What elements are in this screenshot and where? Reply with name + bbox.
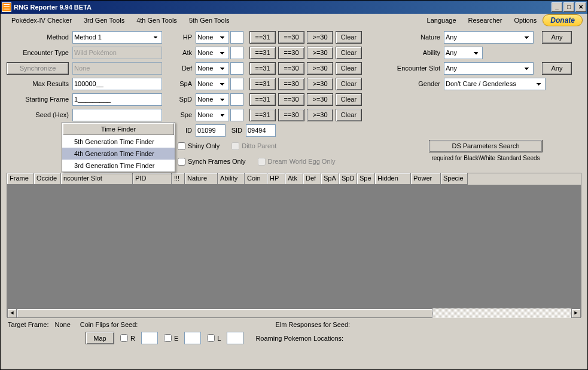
def-value-input[interactable] (230, 62, 243, 75)
col-spa[interactable]: SpA (321, 173, 339, 185)
hp-ge30-button[interactable]: >=30 (307, 31, 333, 44)
def-clear-button[interactable]: Clear (336, 62, 362, 75)
seed-hex-input[interactable] (72, 109, 162, 121)
coin-flips-label: Coin Flips for Seed: (80, 321, 138, 328)
col-frame[interactable]: Frame (7, 173, 34, 185)
max-results-input[interactable] (72, 78, 162, 90)
col-power[interactable]: Power (411, 173, 441, 185)
spe-eq30-button[interactable]: ==30 (278, 109, 304, 121)
method-select[interactable]: Method 1 (72, 31, 162, 44)
col-ability[interactable]: Ability (218, 173, 245, 185)
nature-select[interactable]: Any (444, 31, 534, 44)
col-pid[interactable]: PID (133, 173, 172, 185)
atk-eq31-button[interactable]: ==31 (249, 47, 276, 59)
gender-select[interactable]: Don't Care / Genderless (444, 78, 546, 90)
ability-select[interactable]: Any (444, 47, 483, 59)
scroll-left-arrow[interactable]: ◄ (7, 308, 17, 318)
hp-eq30-button[interactable]: ==30 (278, 31, 304, 44)
menu-options[interactable]: Options (508, 16, 543, 25)
col-[interactable]: !!! (172, 173, 185, 185)
map-button[interactable]: Map (86, 332, 114, 344)
spa-clear-button[interactable]: Clear (336, 78, 362, 90)
col-hidden[interactable]: Hidden (375, 173, 411, 185)
menu-pokedex[interactable]: Pokédex-IV Checker (5, 16, 78, 25)
col-occide[interactable]: Occide (34, 173, 61, 185)
atk-value-input[interactable] (230, 47, 243, 59)
r-input[interactable] (141, 332, 158, 344)
ability-label: Ability (390, 49, 444, 56)
roaming-label: Roaming Pokemon Locations: (255, 335, 343, 342)
spe-ge30-button[interactable]: >=30 (307, 109, 333, 121)
close-button[interactable]: ✕ (575, 2, 586, 12)
sid-input[interactable] (246, 124, 276, 137)
maximize-button[interactable]: □ (563, 2, 574, 12)
titlebar[interactable]: RNG Reporter 9.94 BETA _ □ ✕ (1, 1, 587, 14)
def-comp-select[interactable]: None (196, 62, 229, 75)
menu-gen5[interactable]: 5th Gen Tools (183, 16, 236, 25)
r-checkbox[interactable]: R (120, 334, 135, 342)
col-ncounterslot[interactable]: ncounter Slot (61, 173, 133, 185)
spe-value-input[interactable] (230, 109, 243, 121)
time-finder-header[interactable]: Time Finder (63, 123, 174, 135)
shiny-only-checkbox[interactable]: Shiny Only (178, 142, 220, 150)
spe-comp-select[interactable]: None (196, 109, 229, 121)
spe-clear-button[interactable]: Clear (336, 109, 362, 121)
minimize-button[interactable]: _ (552, 2, 562, 12)
spd-eq30-button[interactable]: ==30 (278, 93, 304, 106)
col-nature[interactable]: Nature (185, 173, 218, 185)
spa-eq31-button[interactable]: ==31 (249, 78, 276, 90)
hp-eq31-button[interactable]: ==31 (249, 31, 276, 44)
time-finder-gen3[interactable]: 3rd Generation Time Finder (62, 160, 175, 172)
col-specie[interactable]: Specie (441, 173, 468, 185)
atk-comp-select[interactable]: None (196, 47, 229, 59)
spd-eq31-button[interactable]: ==31 (249, 93, 276, 106)
l-input[interactable] (227, 332, 243, 344)
time-finder-gen4[interactable]: 4th Generation Time Finder (62, 148, 175, 160)
col-spd[interactable]: SpD (339, 173, 357, 185)
starting-frame-input[interactable] (72, 93, 162, 106)
menu-gen4[interactable]: 4th Gen Tools (130, 16, 183, 25)
col-hp[interactable]: HP (267, 173, 285, 185)
scroll-thumb[interactable] (17, 308, 432, 318)
col-def[interactable]: Def (303, 173, 321, 185)
menu-language[interactable]: Language (421, 16, 462, 25)
spa-value-input[interactable] (230, 78, 243, 90)
spd-clear-button[interactable]: Clear (336, 93, 362, 106)
def-eq30-button[interactable]: ==30 (278, 62, 304, 75)
col-spe[interactable]: Spe (357, 173, 375, 185)
id-input[interactable] (196, 124, 226, 137)
synch-frames-checkbox[interactable]: Synch Frames Only (178, 158, 246, 166)
spa-ge30-button[interactable]: >=30 (307, 78, 333, 90)
ds-parameters-button[interactable]: DS Parameters Search (429, 140, 543, 152)
atk-eq30-button[interactable]: ==30 (278, 47, 304, 59)
encounter-slot-any-button[interactable]: Any (542, 62, 572, 75)
def-ge30-button[interactable]: >=30 (307, 62, 333, 75)
hp-clear-button[interactable]: Clear (336, 31, 362, 44)
spe-eq31-button[interactable]: ==31 (249, 109, 276, 121)
spa-comp-select[interactable]: None (196, 78, 229, 90)
col-coin[interactable]: Coin (245, 173, 267, 185)
spd-ge30-button[interactable]: >=30 (307, 93, 333, 106)
def-eq31-button[interactable]: ==31 (249, 62, 276, 75)
results-grid[interactable]: FrameOccidencounter SlotPID!!!NatureAbil… (7, 173, 581, 317)
col-atk[interactable]: Atk (285, 173, 303, 185)
hp-value-input[interactable] (230, 31, 243, 44)
l-checkbox[interactable]: L (207, 334, 221, 342)
spa-eq30-button[interactable]: ==30 (278, 78, 304, 90)
spd-comp-select[interactable]: None (196, 93, 229, 106)
menu-researcher[interactable]: Researcher (462, 16, 508, 25)
spd-value-input[interactable] (230, 93, 243, 106)
menu-gen3[interactable]: 3rd Gen Tools (78, 16, 130, 25)
donate-button[interactable]: Donate (543, 14, 583, 26)
e-checkbox[interactable]: E (164, 334, 178, 342)
horizontal-scrollbar[interactable]: ◄ ► (7, 308, 581, 318)
encounter-slot-select[interactable]: Any (444, 62, 534, 75)
scroll-right-arrow[interactable]: ► (571, 308, 581, 318)
atk-clear-button[interactable]: Clear (336, 47, 362, 59)
time-finder-gen5[interactable]: 5th Generation Time Finder (62, 136, 175, 148)
nature-any-button[interactable]: Any (542, 31, 572, 44)
atk-ge30-button[interactable]: >=30 (307, 47, 333, 59)
hp-comp-select[interactable]: None (196, 31, 229, 44)
e-input[interactable] (184, 332, 201, 344)
def-label: Def (178, 65, 196, 72)
